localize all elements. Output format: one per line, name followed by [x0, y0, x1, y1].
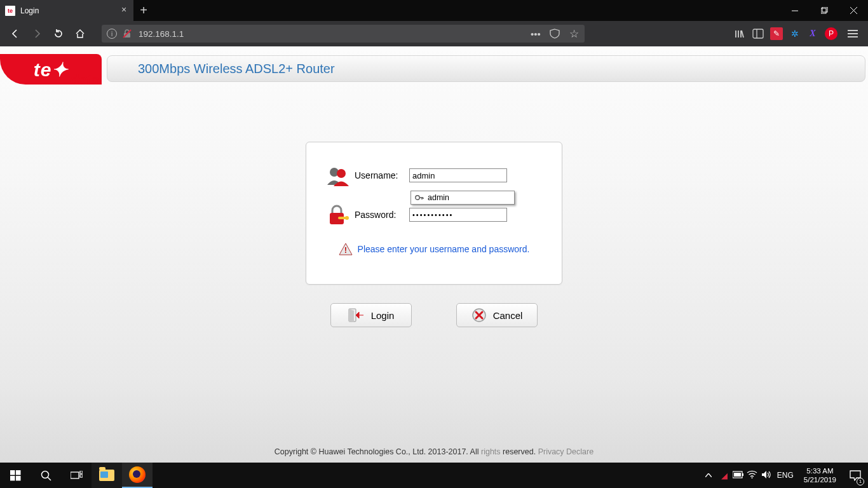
username-input[interactable] — [409, 168, 507, 182]
app-menu-button[interactable] — [844, 30, 862, 37]
tab-bar: te Login × + — [0, 0, 868, 21]
svg-point-13 — [345, 216, 349, 220]
svg-text:!: ! — [344, 245, 346, 255]
bookmark-star-icon[interactable]: ☆ — [568, 27, 580, 41]
privacy-link[interactable]: Privacy Declare — [538, 447, 594, 456]
volume-icon[interactable] — [759, 470, 773, 481]
notification-badge: 1 — [857, 478, 864, 485]
extension-icon-1[interactable]: ✎ — [770, 27, 783, 40]
taskbar-date: 5/21/2019 — [804, 475, 836, 484]
autofill-option[interactable]: admin — [411, 191, 514, 204]
password-label: Password: — [355, 210, 409, 220]
extension-x-icon[interactable]: X — [807, 28, 818, 39]
site-info-icon[interactable]: i — [107, 29, 117, 39]
svg-rect-19 — [16, 470, 21, 475]
language-indicator[interactable]: ENG — [773, 471, 797, 480]
svg-rect-1 — [821, 8, 826, 13]
cancel-icon — [471, 308, 487, 323]
tray-app-icon[interactable]: ◢ — [717, 471, 731, 480]
svg-rect-20 — [10, 476, 15, 481]
login-hint: Please enter your username and password. — [358, 244, 530, 254]
svg-rect-29 — [734, 473, 741, 477]
reload-button[interactable] — [48, 24, 69, 44]
forward-button[interactable] — [27, 24, 47, 44]
svg-point-22 — [41, 471, 48, 478]
router-title: 300Mbps Wireless ADSL2+ Router — [138, 62, 335, 76]
tray-expand-button[interactable] — [700, 463, 717, 488]
battery-icon[interactable] — [731, 471, 745, 480]
svg-line-23 — [48, 477, 51, 480]
firefox-taskbar-button[interactable] — [122, 463, 153, 488]
svg-rect-2 — [822, 7, 827, 12]
brand-word: data — [70, 72, 98, 88]
back-button[interactable] — [5, 24, 25, 44]
svg-rect-21 — [16, 476, 21, 481]
action-row: Login Cancel — [306, 303, 562, 327]
taskbar-search-button[interactable] — [31, 463, 61, 488]
key-icon — [415, 194, 424, 201]
cancel-button[interactable]: Cancel — [456, 303, 538, 327]
extension-gear-icon[interactable]: ✲ — [789, 28, 801, 39]
url-text: 192.168.1.1 — [139, 29, 184, 39]
svg-rect-28 — [742, 473, 743, 476]
address-bar[interactable]: i 192.168.1.1 ••• ☆ — [102, 25, 585, 43]
svg-rect-25 — [80, 471, 83, 473]
svg-rect-7 — [753, 29, 763, 38]
file-explorer-button[interactable] — [92, 463, 122, 488]
library-icon[interactable] — [735, 29, 746, 39]
window-close-button[interactable] — [839, 0, 868, 21]
svg-rect-18 — [10, 470, 15, 475]
password-input[interactable] — [409, 208, 507, 222]
window-maximize-button[interactable] — [810, 0, 839, 21]
taskbar-time: 5:33 AM — [804, 466, 836, 475]
start-button[interactable] — [0, 463, 31, 488]
login-icon — [348, 308, 365, 323]
toolbar-extensions: ✎ ✲ X P — [735, 27, 862, 40]
cancel-button-label: Cancel — [493, 310, 523, 321]
taskbar-clock[interactable]: 5:33 AM 5/21/2019 — [797, 466, 843, 484]
pinterest-icon[interactable]: P — [825, 27, 837, 40]
warning-icon: ! — [339, 243, 353, 255]
svg-point-10 — [337, 169, 346, 178]
window-minimize-button[interactable] — [780, 0, 810, 21]
tedata-logo: te✦ data — [0, 54, 102, 85]
copyright-footer: Copyright © Huawei Technologies Co., Ltd… — [0, 447, 868, 456]
svg-point-15 — [416, 196, 419, 200]
login-panel: Username: Password: ! Please enter — [306, 142, 562, 285]
sidebar-icon[interactable] — [752, 29, 764, 39]
page-actions-icon[interactable]: ••• — [530, 29, 541, 39]
tab-close-icon[interactable]: × — [119, 6, 128, 15]
lock-icon — [325, 204, 351, 226]
nav-bar: i 192.168.1.1 ••• ☆ ✎ ✲ X P — [0, 21, 868, 46]
svg-point-30 — [752, 477, 753, 478]
svg-rect-26 — [80, 475, 83, 477]
task-view-button[interactable] — [61, 463, 92, 488]
active-tab[interactable]: te Login × — [0, 0, 133, 21]
username-label: Username: — [355, 170, 409, 180]
tab-title: Login — [20, 6, 39, 15]
router-title-band: 300Mbps Wireless ADSL2+ Router — [107, 55, 865, 82]
login-button[interactable]: Login — [330, 303, 412, 327]
taskbar: ◢ ENG 5:33 AM 5/21/2019 1 — [0, 463, 868, 488]
brand-header: te✦ data — [0, 54, 102, 85]
action-center-button[interactable]: 1 — [843, 463, 868, 488]
tracking-protection-icon[interactable] — [549, 29, 560, 39]
home-button[interactable] — [70, 24, 90, 44]
login-button-label: Login — [371, 310, 395, 321]
page-content: 300Mbps Wireless ADSL2+ Router te✦ data … — [0, 46, 868, 463]
svg-rect-24 — [71, 472, 79, 478]
tab-favicon: te — [5, 6, 15, 16]
wifi-icon[interactable] — [745, 470, 759, 480]
new-tab-button[interactable]: + — [133, 0, 154, 21]
insecure-connection-icon — [122, 29, 132, 39]
autofill-dropdown[interactable]: admin — [410, 191, 515, 205]
user-icon — [325, 165, 351, 186]
